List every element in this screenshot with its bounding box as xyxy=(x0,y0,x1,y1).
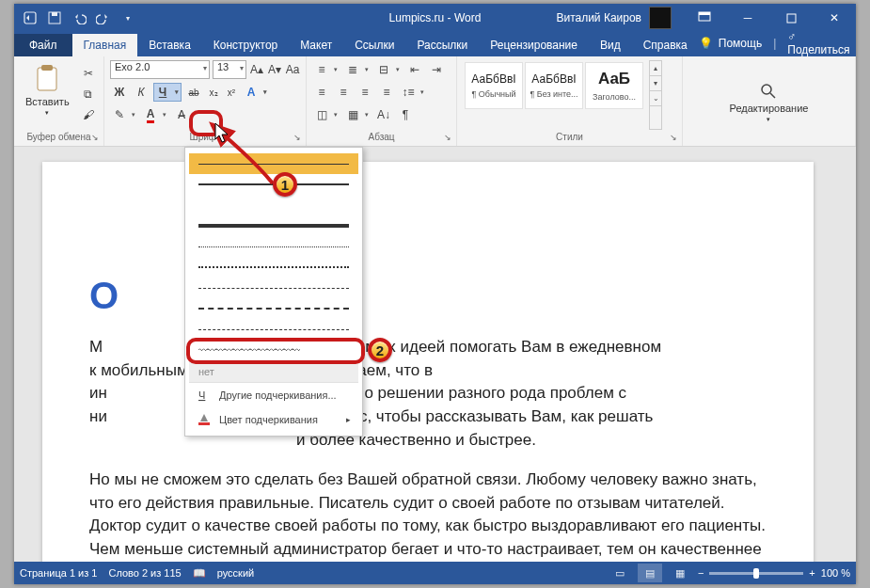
autosave-icon[interactable] xyxy=(22,9,39,26)
underline-style-single[interactable] xyxy=(189,153,358,174)
style-heading1[interactable]: АаБЗаголово... xyxy=(585,62,643,109)
numbering-icon[interactable]: ≣ xyxy=(343,60,372,79)
underline-style-dashdot[interactable] xyxy=(189,319,358,340)
styles-scroll[interactable]: ▴▾⌄ xyxy=(649,60,662,130)
shrink-font-icon[interactable]: A▾ xyxy=(267,60,282,79)
style-no-spacing[interactable]: АаБбВвІ¶ Без инте... xyxy=(525,62,583,109)
underline-style-double[interactable] xyxy=(189,195,358,215)
status-page[interactable]: Страница 1 из 1 xyxy=(20,567,97,579)
multilevel-icon[interactable]: ⊟ xyxy=(374,60,403,79)
underline-none[interactable]: нет xyxy=(189,360,358,383)
borders-icon[interactable]: ▦ xyxy=(343,105,372,124)
tab-references[interactable]: Ссылки xyxy=(343,34,405,56)
bullets-icon[interactable]: ≡ xyxy=(312,60,340,79)
format-painter-icon[interactable]: 🖌 xyxy=(79,105,98,124)
underline-style-dotted-thick[interactable] xyxy=(189,257,358,278)
underline-color[interactable]: Цвет подчеркивания ▸ xyxy=(189,407,358,432)
grow-font-icon[interactable]: A▴ xyxy=(249,60,264,79)
align-center-icon[interactable]: ≡ xyxy=(334,83,353,102)
redo-icon[interactable] xyxy=(95,9,112,26)
maximize-button[interactable] xyxy=(769,4,813,32)
view-web-icon[interactable]: ▦ xyxy=(668,564,692,582)
tab-help[interactable]: Справка xyxy=(632,34,699,56)
sort-icon[interactable]: A↓ xyxy=(374,105,393,124)
bold-button[interactable]: Ж xyxy=(110,83,129,102)
ribbon: Вставить ▾ ✂ ⧉ 🖌 Буфер обмена ↘ Exo 2.0▾… xyxy=(14,56,856,147)
tab-review[interactable]: Рецензирование xyxy=(479,34,589,56)
tab-view[interactable]: Вид xyxy=(589,34,632,56)
font-color-icon[interactable]: A xyxy=(141,105,169,124)
zoom-level[interactable]: 100 % xyxy=(821,567,850,579)
paragraph-launcher[interactable]: ↘ xyxy=(442,132,453,143)
text-effects-icon[interactable]: A xyxy=(242,83,270,102)
subscript-button[interactable]: x₂ xyxy=(206,83,221,102)
clear-format-icon[interactable]: A̶ xyxy=(172,105,191,124)
superscript-button[interactable]: x² xyxy=(224,83,239,102)
tab-design[interactable]: Конструктор xyxy=(202,34,289,56)
group-styles-label: Стили xyxy=(463,130,676,144)
zoom-slider[interactable] xyxy=(709,572,803,575)
user-avatar[interactable] xyxy=(649,7,672,29)
line-spacing-icon[interactable]: ↕≡ xyxy=(399,83,427,102)
increase-indent-icon[interactable]: ⇥ xyxy=(427,60,446,79)
lightbulb-icon[interactable]: 💡 xyxy=(699,37,713,50)
font-name-combo[interactable]: Exo 2.0▾ xyxy=(110,60,210,79)
minimize-button[interactable]: ─ xyxy=(726,4,769,32)
zoom-in-button[interactable]: + xyxy=(809,567,815,579)
underline-style-dash-thick[interactable] xyxy=(189,298,358,319)
editing-button[interactable]: Редактирование ▾ xyxy=(724,74,815,131)
decrease-indent-icon[interactable]: ⇤ xyxy=(405,60,424,79)
shading-icon[interactable]: ◫ xyxy=(312,105,340,124)
tab-home[interactable]: Главная xyxy=(72,34,138,56)
group-editing: Редактирование ▾ xyxy=(683,56,856,146)
clipboard-launcher[interactable]: ↘ xyxy=(89,132,101,143)
zoom-out-button[interactable]: − xyxy=(698,567,704,579)
tab-insert[interactable]: Вставка xyxy=(137,34,202,56)
user-name[interactable]: Виталий Каиров xyxy=(556,11,641,24)
show-marks-icon[interactable]: ¶ xyxy=(396,105,415,124)
style-normal[interactable]: АаБбВвІ¶ Обычный xyxy=(465,62,523,109)
underline-style-dash[interactable] xyxy=(189,278,358,298)
save-icon[interactable] xyxy=(46,9,63,26)
status-language[interactable]: русский xyxy=(217,567,254,579)
underline-button[interactable]: Ч xyxy=(153,83,182,102)
underline-style-heavy[interactable] xyxy=(189,215,358,236)
copy-icon[interactable]: ⧉ xyxy=(79,85,98,103)
svg-rect-0 xyxy=(24,12,36,24)
underline-color-icon xyxy=(197,412,212,427)
document-area[interactable]: О Мидержимых идеей помогать Вам в ежедне… xyxy=(14,147,856,562)
underline-style-dotted[interactable] xyxy=(189,236,358,257)
group-font: Exo 2.0▾ 13▾ A▴ A▾ Aa Ж К Ч ab x₂ x² A ✎ xyxy=(104,56,307,146)
italic-button[interactable]: К xyxy=(132,83,150,102)
share-button[interactable]: ♂ Поделиться xyxy=(787,30,849,56)
tell-me[interactable]: Помощь xyxy=(719,37,762,50)
change-case-icon[interactable]: Aa xyxy=(285,60,300,79)
tab-file[interactable]: Файл xyxy=(14,34,72,56)
status-proofing-icon[interactable]: 📖 xyxy=(193,567,206,580)
undo-icon[interactable] xyxy=(71,9,87,26)
view-print-icon[interactable]: ▤ xyxy=(638,564,662,582)
view-read-icon[interactable]: ▭ xyxy=(608,564,632,582)
svg-line-9 xyxy=(770,93,775,98)
status-words[interactable]: Слово 2 из 115 xyxy=(108,567,181,579)
tab-mailings[interactable]: Рассылки xyxy=(405,34,479,56)
callout-1: 1 xyxy=(273,172,297,197)
underline-style-wave[interactable]: 〰〰〰〰〰〰〰〰〰〰〰〰 xyxy=(189,340,358,360)
font-launcher[interactable]: ↘ xyxy=(292,132,303,143)
font-size-combo[interactable]: 13▾ xyxy=(213,60,246,79)
styles-launcher[interactable]: ↘ xyxy=(668,132,679,143)
tab-layout[interactable]: Макет xyxy=(289,34,343,56)
justify-icon[interactable]: ≡ xyxy=(377,83,396,102)
highlight-icon[interactable]: ✎ xyxy=(110,105,138,124)
align-right-icon[interactable]: ≡ xyxy=(356,83,374,102)
qat-customize-icon[interactable]: ▾ xyxy=(119,9,136,26)
strike-button[interactable]: ab xyxy=(184,83,203,102)
underline-more[interactable]: Ч Другие подчеркивания... xyxy=(189,383,358,407)
ribbon-display-icon[interactable] xyxy=(683,4,726,32)
paste-button[interactable]: Вставить ▾ xyxy=(20,60,75,120)
group-styles: АаБбВвІ¶ Обычный АаБбВвІ¶ Без инте... Аа… xyxy=(457,56,683,146)
group-paragraph: ≡ ≣ ⊟ ⇤ ⇥ ≡ ≡ ≡ ≡ ↕≡ ◫ ▦ A↓ ¶ xyxy=(307,56,457,146)
align-left-icon[interactable]: ≡ xyxy=(312,83,331,102)
close-button[interactable]: ✕ xyxy=(813,4,856,32)
cut-icon[interactable]: ✂ xyxy=(79,64,98,83)
